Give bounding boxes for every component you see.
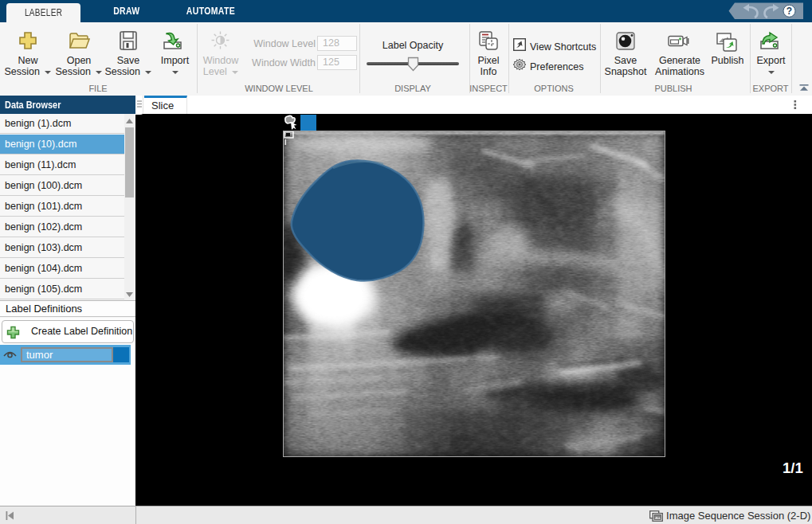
svg-text:?: ? bbox=[787, 6, 792, 17]
